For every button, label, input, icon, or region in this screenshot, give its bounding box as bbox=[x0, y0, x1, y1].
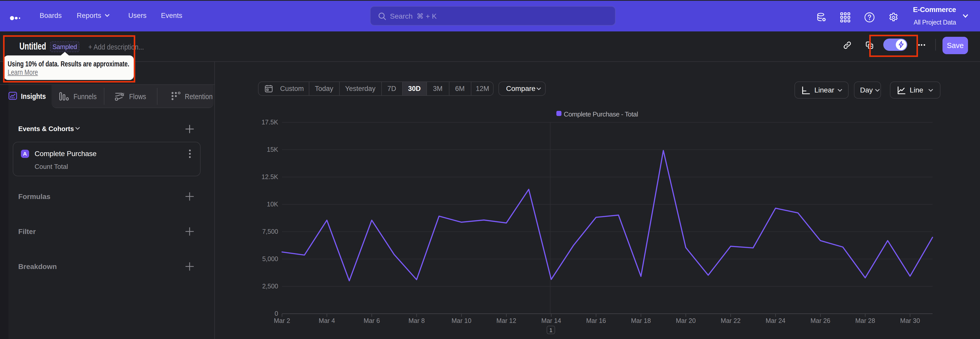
svg-text:Mar 10: Mar 10 bbox=[452, 317, 471, 324]
svg-text:Mar 24: Mar 24 bbox=[765, 317, 786, 324]
svg-text:Mar 12: Mar 12 bbox=[496, 317, 516, 324]
svg-text:7,500: 7,500 bbox=[262, 228, 278, 235]
svg-text:Mar 8: Mar 8 bbox=[408, 317, 425, 324]
svg-text:15K: 15K bbox=[267, 146, 278, 153]
svg-text:5,000: 5,000 bbox=[262, 255, 278, 262]
svg-text:12.5K: 12.5K bbox=[262, 173, 278, 181]
svg-text:Mar 20: Mar 20 bbox=[676, 317, 696, 324]
svg-text:Mar 18: Mar 18 bbox=[631, 317, 651, 324]
svg-text:Mar 4: Mar 4 bbox=[319, 317, 335, 324]
svg-text:Mar 6: Mar 6 bbox=[364, 317, 380, 324]
svg-text:Mar 28: Mar 28 bbox=[855, 317, 875, 324]
svg-text:0: 0 bbox=[275, 310, 278, 317]
svg-text:17.5K: 17.5K bbox=[262, 118, 278, 126]
svg-text:Mar 22: Mar 22 bbox=[721, 317, 741, 324]
svg-text:Mar 30: Mar 30 bbox=[900, 317, 920, 324]
svg-text:Mar 16: Mar 16 bbox=[586, 317, 606, 324]
svg-text:Mar 26: Mar 26 bbox=[811, 317, 830, 324]
svg-text:Mar 2: Mar 2 bbox=[274, 317, 290, 324]
svg-text:Mar 14: Mar 14 bbox=[541, 317, 561, 324]
svg-text:10K: 10K bbox=[267, 200, 278, 208]
svg-text:2,500: 2,500 bbox=[262, 283, 278, 290]
